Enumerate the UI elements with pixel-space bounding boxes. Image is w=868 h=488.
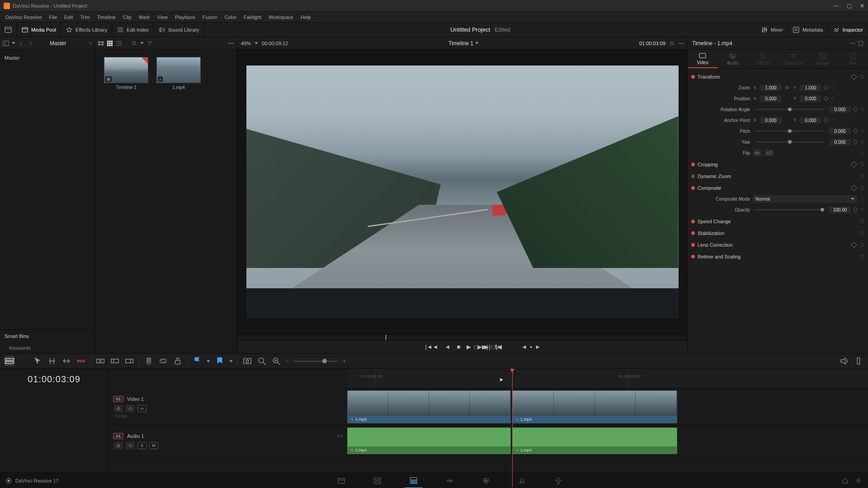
effects-library-button[interactable]: Effects Library <box>61 23 112 37</box>
transform-keyframe-icon[interactable] <box>851 74 857 80</box>
composite-mode-reset-icon[interactable] <box>860 197 864 201</box>
play-button[interactable]: ▶ <box>467 343 471 350</box>
custom-zoom-icon[interactable] <box>271 356 281 366</box>
cropping-keyframe-icon[interactable] <box>851 161 857 168</box>
zoom-in-button[interactable]: + <box>343 358 345 364</box>
menu-davinci-resolve[interactable]: DaVinci Resolve <box>2 14 46 20</box>
bin-view-icon[interactable] <box>3 40 9 47</box>
flip-h-button[interactable]: ◁▷ <box>753 149 762 156</box>
out-point-icon[interactable]: ▶| <box>484 343 490 350</box>
trim-tool[interactable] <box>47 356 57 366</box>
zoom-x-field[interactable]: 1.000 <box>760 84 782 91</box>
prev-edit-icon[interactable]: ◄ <box>521 343 527 350</box>
video-clip-2[interactable]: 1.mp4 <box>512 390 677 423</box>
composite-enable-dot[interactable] <box>691 186 695 190</box>
home-icon[interactable] <box>842 478 848 484</box>
inspector-button[interactable]: Inspector <box>828 26 868 33</box>
chevron-down-icon[interactable] <box>12 42 15 44</box>
section-speed-change[interactable]: Speed Change <box>691 216 864 227</box>
audio-track-header[interactable]: A1 Audio 1 2.0 ◇ S M <box>108 426 347 456</box>
menu-color[interactable]: Color <box>221 14 240 20</box>
lens-reset-icon[interactable] <box>859 242 864 248</box>
maximize-button[interactable]: ▢ <box>847 3 852 9</box>
menu-timeline[interactable]: Timeline <box>94 14 119 20</box>
section-composite[interactable]: Composite <box>691 183 864 193</box>
scrubber-marker[interactable] <box>386 335 386 340</box>
nav-fwd-icon[interactable] <box>27 40 33 47</box>
yaw-reset-icon[interactable] <box>860 140 864 144</box>
yaw-keyframe-icon[interactable] <box>853 139 858 144</box>
speed-reset-icon[interactable] <box>859 219 864 224</box>
page-deliver[interactable] <box>549 473 567 488</box>
yaw-slider[interactable] <box>755 141 825 142</box>
rotation-field[interactable]: 0.000 <box>829 106 851 113</box>
cropping-reset-icon[interactable] <box>859 162 864 167</box>
timeline-ruler[interactable]: 01:00:02:00 01:00:04:00 <box>347 369 868 389</box>
next-edit-icon[interactable]: ► <box>535 343 541 350</box>
video-clip-1[interactable]: 1.mp4 <box>347 390 511 423</box>
composite-mode-dropdown[interactable]: Normal <box>753 195 857 203</box>
page-fairlight[interactable] <box>513 473 531 488</box>
cropping-enable-dot[interactable] <box>691 163 695 166</box>
first-frame-button[interactable]: |◄◄ <box>425 343 438 350</box>
detail-zoom-icon[interactable] <box>257 356 267 366</box>
clip-timeline-1[interactable]: ⊞ Timeline 1 <box>104 57 148 90</box>
menu-file[interactable]: File <box>46 14 61 20</box>
timeline-tracks-area[interactable]: 01:00:02:00 01:00:04:00 ➤ 1.mp4 1.mp4 1 <box>347 369 868 487</box>
rotation-keyframe-icon[interactable] <box>853 107 858 112</box>
nav-back-icon[interactable] <box>18 40 24 47</box>
insert-clip-button[interactable] <box>95 356 105 366</box>
thumb-view-icon[interactable] <box>107 40 113 47</box>
edit-index-button[interactable]: Edit Index <box>112 23 154 37</box>
link-button[interactable] <box>158 356 168 366</box>
speed-enable-dot[interactable] <box>691 220 695 223</box>
sound-library-button[interactable]: Sound Library <box>154 23 204 37</box>
viewer-title[interactable]: Timeline 1 <box>448 40 473 47</box>
transform-reset-icon[interactable] <box>859 74 864 80</box>
video-lock-button[interactable] <box>114 405 123 412</box>
dynamic-zoom-reset-icon[interactable] <box>859 174 864 179</box>
metadata-view-icon[interactable] <box>98 40 104 47</box>
viewer-title-dropdown-icon[interactable] <box>475 42 479 44</box>
opacity-slider[interactable] <box>755 209 825 210</box>
metadata-button[interactable]: Metadata <box>788 26 828 33</box>
inspector-expand-icon[interactable] <box>858 41 863 46</box>
flip-v-button[interactable]: △▽ <box>764 149 774 156</box>
section-transform[interactable]: Transform <box>691 71 864 82</box>
audio-auto-select-button[interactable]: ◇ <box>126 442 135 449</box>
dim-icon[interactable] <box>854 356 863 366</box>
video-track-header[interactable]: V1 Video 1 ◇ ▭ 2 Clips <box>108 389 347 426</box>
tab-effects[interactable]: Effects <box>748 50 778 68</box>
pitch-keyframe-icon[interactable] <box>853 128 858 133</box>
zoom-link-icon[interactable] <box>784 85 790 90</box>
anchor-reset-icon[interactable] <box>830 118 835 122</box>
inspector-options-icon[interactable] <box>850 41 855 46</box>
video-preview[interactable] <box>246 66 679 319</box>
anchor-keyframe-icon[interactable] <box>823 117 828 122</box>
audio-monitor-icon[interactable] <box>839 356 849 366</box>
tab-video[interactable]: Video <box>688 50 718 68</box>
bin-breadcrumb[interactable]: Master <box>36 40 86 47</box>
pitch-slider[interactable] <box>755 131 825 131</box>
pitch-reset-icon[interactable] <box>860 129 864 133</box>
pitch-field[interactable]: 0.000 <box>829 128 851 135</box>
opacity-field[interactable]: 100.00 <box>829 206 851 213</box>
composite-keyframe-icon[interactable] <box>851 185 857 191</box>
stab-enable-dot[interactable] <box>691 231 695 235</box>
close-button[interactable]: ✕ <box>860 3 864 9</box>
overwrite-clip-button[interactable] <box>110 356 120 366</box>
list-view-icon[interactable] <box>116 40 122 47</box>
tab-transition[interactable]: Transition <box>778 50 808 68</box>
in-point-icon[interactable]: |◀ <box>496 343 502 350</box>
layout-button[interactable] <box>0 23 17 37</box>
dynamic-trim-tool[interactable] <box>61 356 71 366</box>
flag-dropdown-icon[interactable] <box>207 360 210 362</box>
project-settings-icon[interactable] <box>855 478 862 484</box>
smart-bin-keywords[interactable]: Keywords <box>0 343 94 353</box>
section-stabilization[interactable]: Stabilization <box>691 228 864 239</box>
stop-button[interactable]: ■ <box>457 343 460 350</box>
menu-clip[interactable]: Clip <box>119 14 135 20</box>
video-auto-select-button[interactable]: ◇ <box>126 405 135 412</box>
tab-audio[interactable]: Audio <box>718 50 748 68</box>
pos-x-field[interactable]: 0.000 <box>760 95 782 102</box>
